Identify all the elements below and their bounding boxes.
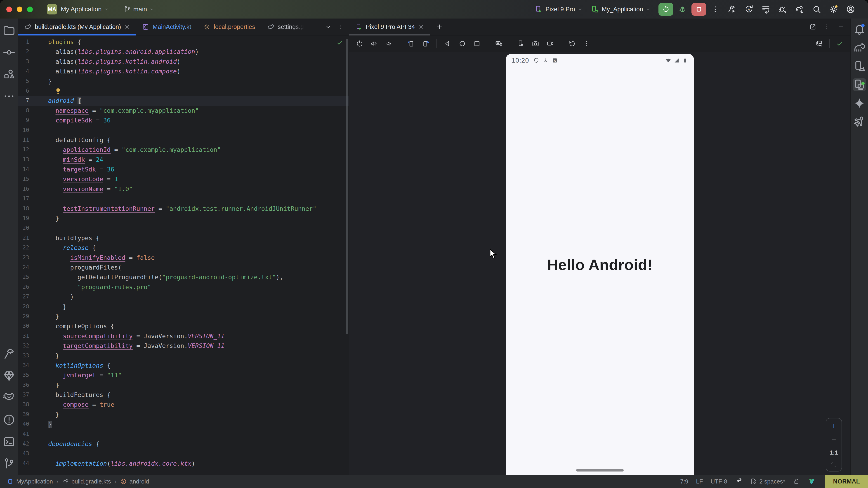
toolwindow-commit-button[interactable] — [2, 46, 16, 59]
code-line-5[interactable]: 5 } — [18, 76, 349, 86]
debug-bug-icon[interactable] — [678, 5, 687, 14]
code-line-40[interactable]: 40 } — [18, 419, 349, 429]
code-line-27[interactable]: 27 ) — [18, 292, 349, 302]
gradle-sync-icon[interactable] — [795, 4, 804, 14]
code-line-44[interactable]: 44 implementation(libs.androidx.core.ktx… — [18, 459, 349, 468]
code-line-23[interactable]: 23 isMinifyEnabled = false — [18, 253, 349, 263]
toolwindow-gemini-button[interactable] — [853, 97, 866, 110]
gesture-navigation-bar[interactable] — [576, 469, 624, 471]
debug-attach-icon[interactable] — [778, 4, 787, 14]
editor-tab-3[interactable]: settings.g — [261, 19, 310, 35]
tab-options-kebab-icon[interactable] — [338, 24, 344, 30]
phone-gear-icon[interactable] — [517, 40, 525, 47]
layers-search-icon[interactable] — [815, 40, 823, 47]
code-line-12[interactable]: 12 applicationId = "com.example.myapplic… — [18, 145, 349, 155]
indent-setting[interactable]: 2 spaces* — [750, 478, 785, 485]
zoom-in-button[interactable]: + — [832, 422, 836, 430]
device-tab[interactable]: Pixel 9 Pro API 34 — [349, 19, 430, 35]
code-line-20[interactable]: 20 — [18, 223, 349, 233]
code-editor[interactable]: 1 plugins { 2 alias(libs.plugins.android… — [18, 35, 349, 475]
breadcrumb-item[interactable]: android — [120, 478, 149, 485]
code-line-38[interactable]: 38 compose = true — [18, 400, 349, 410]
profiler-icon[interactable] — [761, 4, 771, 14]
code-line-36[interactable]: 36 } — [18, 380, 349, 390]
code-line-21[interactable]: 21 buildTypes { — [18, 233, 349, 243]
back-icon[interactable] — [444, 40, 452, 47]
toolwindow-project-button[interactable] — [2, 24, 16, 37]
code-line-43[interactable]: 43 — [18, 449, 349, 458]
code-line-13[interactable]: 13 minSdk = 24 — [18, 155, 349, 164]
vim-plugin-icon[interactable] — [808, 478, 815, 485]
code-line-6[interactable]: 6 — [18, 86, 349, 96]
toolwindow-build-button[interactable] — [2, 348, 16, 361]
vim-mode-badge[interactable]: NORMAL — [825, 475, 868, 488]
zoom-out-button[interactable]: − — [832, 435, 836, 444]
code-line-15[interactable]: 15 versionCode = 1 — [18, 174, 349, 184]
kbd-mouse-icon[interactable] — [495, 40, 503, 47]
line-ending[interactable]: LF — [696, 478, 703, 485]
code-line-32[interactable]: 32 targetCompatibility = JavaVersion.VER… — [18, 341, 349, 351]
code-line-26[interactable]: 26 "proguard-rules.pro" — [18, 282, 349, 292]
minimize-window-button[interactable] — [17, 6, 22, 12]
toolwindow-problems-button[interactable] — [2, 413, 16, 426]
intention-bulb-icon[interactable] — [54, 87, 62, 95]
toolwindow-terminal-button[interactable] — [2, 435, 16, 448]
code-line-18[interactable]: 18 testInstrumentationRunner = "androidx… — [18, 204, 349, 214]
code-line-16[interactable]: 16 versionName = "1.0" — [18, 184, 349, 194]
hidden-tabs-chevron-icon[interactable] — [325, 24, 332, 30]
code-line-11[interactable]: 11 defaultConfig { — [18, 135, 349, 145]
branch-selector[interactable]: main — [123, 5, 154, 13]
kebab-icon[interactable] — [583, 40, 591, 47]
reset-icon[interactable] — [568, 40, 576, 47]
zoom-fit-icon[interactable] — [831, 461, 837, 468]
rotate-right-icon[interactable] — [422, 40, 430, 47]
toolwindow-assistant-button[interactable] — [853, 115, 866, 128]
inspections-ok-check-icon[interactable] — [336, 39, 343, 46]
code-line-19[interactable]: 19 } — [18, 214, 349, 223]
close-icon[interactable] — [124, 24, 130, 30]
camera-icon[interactable] — [532, 40, 539, 47]
close-icon[interactable] — [418, 24, 424, 30]
code-line-24[interactable]: 24 proguardFiles( — [18, 263, 349, 272]
vol-down-icon[interactable] — [385, 40, 393, 47]
gear-icon[interactable] — [829, 4, 838, 14]
ai-sparkle-disabled-icon[interactable] — [735, 478, 742, 485]
editor-scrollbar[interactable] — [346, 39, 348, 334]
code-line-1[interactable]: 1 plugins { — [18, 37, 349, 47]
toolwindow-gradle-button[interactable] — [853, 41, 866, 54]
panel-options-kebab-icon[interactable] — [823, 23, 831, 31]
device-selector[interactable]: Pixel 9 Pro — [534, 5, 583, 13]
code-line-22[interactable]: 22 release { — [18, 243, 349, 253]
new-device-tab-button[interactable] — [430, 19, 449, 35]
apply-changes-icon[interactable]: A — [744, 4, 754, 14]
stop-button[interactable] — [691, 3, 706, 16]
video-icon[interactable] — [546, 40, 554, 47]
editor-tab-1[interactable]: MainActivity.kt — [136, 19, 197, 35]
code-line-33[interactable]: 33 } — [18, 351, 349, 361]
toolwindow-logcat-button[interactable] — [2, 391, 16, 404]
file-encoding[interactable]: UTF-8 — [711, 478, 727, 485]
code-line-39[interactable]: 39 } — [18, 410, 349, 419]
code-line-25[interactable]: 25 getDefaultProguardFile("proguard-andr… — [18, 272, 349, 282]
code-line-31[interactable]: 31 sourceCompatibility = JavaVersion.VER… — [18, 331, 349, 341]
toolwindow-running-devices-button[interactable] — [853, 78, 866, 91]
maximize-window-button[interactable] — [27, 6, 33, 12]
toolwindow-more-button[interactable] — [2, 90, 16, 103]
caret-position[interactable]: 7:9 — [680, 478, 688, 485]
hide-panel-minimize-icon[interactable] — [837, 23, 844, 31]
avatar-icon[interactable] — [846, 4, 855, 14]
breadcrumb-item[interactable]: build.gradle.kts — [62, 478, 111, 485]
code-line-29[interactable]: 29 } — [18, 312, 349, 321]
code-line-28[interactable]: 28 } — [18, 302, 349, 312]
code-line-35[interactable]: 35 jvmTarget = "11" — [18, 370, 349, 380]
rotate-left-icon[interactable] — [407, 40, 415, 47]
toolwindow-structure-button[interactable] — [2, 68, 16, 81]
toolwindow-gem-button[interactable] — [2, 369, 16, 383]
project-selector[interactable]: My Application — [61, 6, 109, 13]
check-icon[interactable] — [836, 40, 844, 47]
run-configuration-selector[interactable]: My_Application — [590, 5, 651, 13]
search-icon[interactable] — [812, 4, 822, 14]
close-window-button[interactable] — [6, 6, 12, 12]
code-line-7[interactable]: 7 android { — [18, 96, 349, 105]
toolwindow-git-button[interactable] — [2, 457, 16, 470]
